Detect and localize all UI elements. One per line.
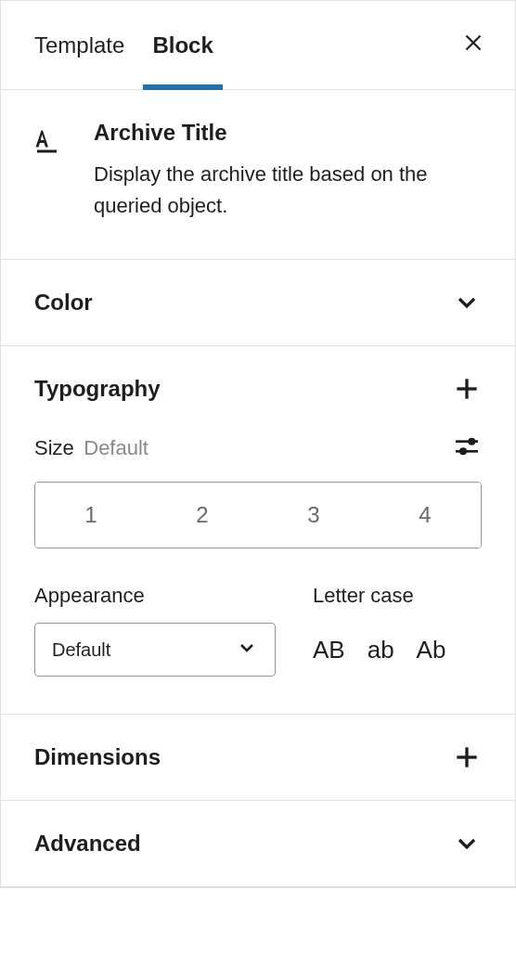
section-dimensions-header[interactable]: Dimensions <box>1 715 515 800</box>
block-settings-panel: Template Block Archive Title Display the… <box>0 0 516 888</box>
tab-template[interactable]: Template <box>23 1 152 90</box>
svg-point-6 <box>468 438 475 445</box>
close-button[interactable] <box>454 23 493 67</box>
tab-block[interactable]: Block <box>152 1 240 90</box>
chevron-down-icon <box>452 829 482 858</box>
plus-icon[interactable] <box>452 742 482 772</box>
appearance-lettercase-row: Appearance Default Letter case AB ab Ab <box>34 584 482 677</box>
archive-title-icon <box>34 120 68 222</box>
size-row: Size Default <box>34 432 482 465</box>
tabs-header: Template Block <box>1 1 515 90</box>
section-title: Dimensions <box>34 744 161 770</box>
close-icon <box>461 32 485 60</box>
section-dimensions: Dimensions <box>1 715 515 801</box>
lettercase-label: Letter case <box>313 584 482 608</box>
lettercase-lower[interactable]: ab <box>368 636 394 664</box>
section-title: Typography <box>34 376 161 402</box>
appearance-label: Appearance <box>34 584 276 608</box>
appearance-select[interactable]: Default <box>34 623 276 677</box>
size-label-wrap: Size Default <box>34 436 148 460</box>
section-typography: Typography Size Default 1 2 3 4 <box>1 346 515 715</box>
chevron-down-icon <box>236 637 258 663</box>
block-info: Archive Title Display the archive title … <box>1 90 515 260</box>
size-btn-4[interactable]: 4 <box>369 483 481 548</box>
svg-rect-2 <box>37 150 57 153</box>
size-label: Size <box>34 436 74 459</box>
svg-point-8 <box>459 448 467 456</box>
plus-icon[interactable] <box>452 374 482 404</box>
typography-body: Size Default 1 2 3 4 Appearance Default <box>1 432 515 714</box>
size-btn-1[interactable]: 1 <box>35 483 147 548</box>
section-advanced-header[interactable]: Advanced <box>1 801 515 886</box>
size-button-group: 1 2 3 4 <box>34 482 482 548</box>
section-title: Color <box>34 290 93 316</box>
section-typography-header[interactable]: Typography <box>1 346 515 432</box>
appearance-value: Default <box>52 639 236 661</box>
section-title: Advanced <box>34 831 141 857</box>
lettercase-upper[interactable]: AB <box>313 636 345 664</box>
block-description: Display the archive title based on the q… <box>94 159 482 222</box>
section-color-header[interactable]: Color <box>1 260 515 345</box>
size-default: Default <box>84 436 148 459</box>
lettercase-col: Letter case AB ab Ab <box>313 584 482 677</box>
lettercase-capitalize[interactable]: Ab <box>417 636 446 664</box>
block-title: Archive Title <box>94 120 482 146</box>
lettercase-group: AB ab Ab <box>313 623 482 677</box>
size-btn-2[interactable]: 2 <box>147 483 258 548</box>
appearance-col: Appearance Default <box>34 584 276 677</box>
sliders-icon[interactable] <box>452 432 482 465</box>
section-advanced: Advanced <box>1 801 515 887</box>
block-text: Archive Title Display the archive title … <box>94 120 482 222</box>
section-color: Color <box>1 260 515 346</box>
size-btn-3[interactable]: 3 <box>258 483 369 548</box>
chevron-down-icon <box>452 288 482 317</box>
